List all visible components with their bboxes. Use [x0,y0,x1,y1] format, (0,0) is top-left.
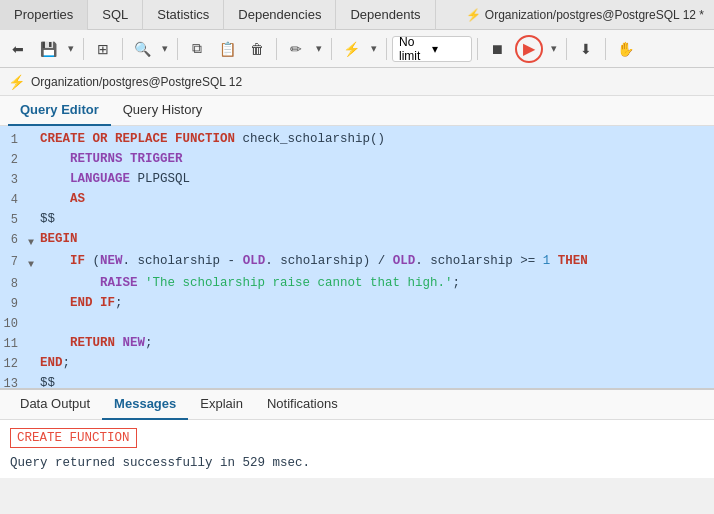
tab-properties[interactable]: Properties [0,0,88,30]
code-line: 9 END IF; [0,294,714,314]
download-button[interactable]: ⬇ [572,36,600,62]
line-number: 10 [0,314,28,334]
edit-dropdown[interactable]: ▾ [312,36,326,62]
line-content: $$ [40,210,714,229]
tab-data-output[interactable]: Data Output [8,390,102,420]
tab-messages[interactable]: Messages [102,390,188,420]
stop-button[interactable]: ⏹ [483,36,511,62]
line-number: 6 [0,230,28,250]
separator-3 [177,38,178,60]
no-limit-label: No limit [399,35,428,63]
tab-explain[interactable]: Explain [188,390,255,420]
copy-button[interactable]: ⧉ [183,36,211,62]
fold-arrow[interactable] [28,274,40,277]
conn-bar-text: Organization/postgres@PostgreSQL 12 [31,75,242,89]
line-content: LANGUAGE PLPGSQL [40,170,714,189]
line-number: 12 [0,354,28,374]
line-content: $$ [40,374,714,388]
fold-arrow[interactable] [28,334,40,337]
toolbar: ⬅ 💾 ▾ ⊞ 🔍 ▾ ⧉ 📋 🗑 ✏ ▾ ⚡ ▾ No limit ▾ ⏹ ▶… [0,30,714,68]
fold-arrow[interactable] [28,314,40,317]
no-limit-dropdown[interactable]: No limit ▾ [392,36,472,62]
fold-arrow[interactable] [28,210,40,213]
line-content: END; [40,354,714,373]
line-content: RETURN NEW; [40,334,714,353]
code-line: 5$$ [0,210,714,230]
create-function-badge: CREATE FUNCTION [10,428,137,448]
success-message: Query returned successfully in 529 msec. [10,456,704,470]
conn-bar-icon: ⚡ [8,74,25,90]
grid-button[interactable]: ⊞ [89,36,117,62]
line-content: RETURNS TRIGGER [40,150,714,169]
tab-statistics[interactable]: Statistics [143,0,224,30]
line-number: 5 [0,210,28,230]
fold-arrow[interactable] [28,294,40,297]
line-number: 8 [0,274,28,294]
code-line: 2 RETURNS TRIGGER [0,150,714,170]
back-button[interactable]: ⬅ [4,36,32,62]
line-number: 13 [0,374,28,388]
separator-6 [386,38,387,60]
tab-query-history[interactable]: Query History [111,96,214,126]
line-number: 1 [0,130,28,150]
code-editor[interactable]: 1CREATE OR REPLACE FUNCTION check_schola… [0,126,714,388]
edit-button[interactable]: ✏ [282,36,310,62]
separator-9 [605,38,606,60]
line-content: END IF; [40,294,714,313]
tab-sql[interactable]: SQL [88,0,143,30]
delete-button[interactable]: 🗑 [243,36,271,62]
fold-arrow[interactable]: ▼ [28,252,40,274]
tab-dependents[interactable]: Dependents [336,0,435,30]
line-content: BEGIN [40,230,714,249]
output-content: CREATE FUNCTION Query returned successfu… [0,420,714,478]
run-button[interactable]: ▶ [515,35,543,63]
code-line: 4 AS [0,190,714,210]
run-dropdown[interactable]: ▾ [547,36,561,62]
tab-dependencies[interactable]: Dependencies [224,0,336,30]
separator-8 [566,38,567,60]
tab-notifications[interactable]: Notifications [255,390,350,420]
line-number: 11 [0,334,28,354]
line-content: IF (NEW. scholarship - OLD. scholarship)… [40,252,714,271]
line-number: 9 [0,294,28,314]
line-number: 2 [0,150,28,170]
connection-bar: ⚡ Organization/postgres@PostgreSQL 12 [0,68,714,96]
code-line: 12END; [0,354,714,374]
code-line: 3 LANGUAGE PLPGSQL [0,170,714,190]
connection-tab[interactable]: ⚡ Organization/postgres@PostgreSQL 12 * [456,8,714,22]
line-content: AS [40,190,714,209]
save-button[interactable]: 💾 [34,36,62,62]
fold-arrow[interactable] [28,170,40,173]
fold-arrow[interactable] [28,130,40,133]
code-line: 7▼ IF (NEW. scholarship - OLD. scholarsh… [0,252,714,274]
code-line: 1CREATE OR REPLACE FUNCTION check_schola… [0,130,714,150]
fold-arrow[interactable]: ▼ [28,230,40,252]
fold-arrow[interactable] [28,354,40,357]
separator-2 [122,38,123,60]
connection-tab-label: Organization/postgres@PostgreSQL 12 * [485,8,704,22]
line-content: RAISE 'The scholarship raise cannot that… [40,274,714,293]
no-limit-arrow: ▾ [432,42,461,56]
fold-arrow[interactable] [28,374,40,377]
fold-arrow[interactable] [28,150,40,153]
code-line: 13$$ [0,374,714,388]
search-button[interactable]: 🔍 [128,36,156,62]
separator-5 [331,38,332,60]
filter-button[interactable]: ⚡ [337,36,365,62]
separator-1 [83,38,84,60]
code-line: 8 RAISE 'The scholarship raise cannot th… [0,274,714,294]
line-content: CREATE OR REPLACE FUNCTION check_scholar… [40,130,714,149]
separator-4 [276,38,277,60]
save-dropdown[interactable]: ▾ [64,36,78,62]
separator-7 [477,38,478,60]
output-section: Data Output Messages Explain Notificatio… [0,388,714,478]
editor-tabs: Query Editor Query History [0,96,714,126]
scratch-button[interactable]: ✋ [611,36,639,62]
search-dropdown[interactable]: ▾ [158,36,172,62]
fold-arrow[interactable] [28,190,40,193]
filter-dropdown[interactable]: ▾ [367,36,381,62]
code-line: 10 [0,314,714,334]
paste-button[interactable]: 📋 [213,36,241,62]
line-number: 7 [0,252,28,272]
tab-query-editor[interactable]: Query Editor [8,96,111,126]
